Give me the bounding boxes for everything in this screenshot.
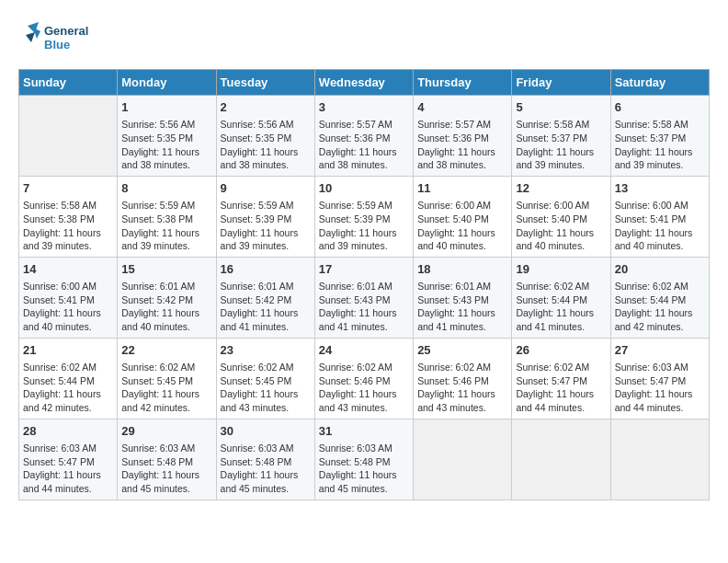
day-content: Sunrise: 6:01 AM Sunset: 5:42 PM Dayligh…: [121, 280, 211, 334]
day-header-sunday: Sunday: [19, 70, 118, 96]
calendar-cell: 13Sunrise: 6:00 AM Sunset: 5:41 PM Dayli…: [610, 176, 709, 257]
day-number: 15: [121, 261, 211, 278]
day-content: Sunrise: 5:58 AM Sunset: 5:37 PM Dayligh…: [615, 118, 705, 172]
day-content: Sunrise: 6:00 AM Sunset: 5:40 PM Dayligh…: [516, 199, 606, 253]
calendar-cell: [610, 419, 709, 500]
day-number: 17: [319, 261, 409, 278]
svg-marker-4: [26, 32, 35, 42]
day-content: Sunrise: 6:00 AM Sunset: 5:40 PM Dayligh…: [417, 199, 507, 253]
day-content: Sunrise: 6:00 AM Sunset: 5:41 PM Dayligh…: [615, 199, 705, 253]
calendar-cell: 10Sunrise: 5:59 AM Sunset: 5:39 PM Dayli…: [314, 176, 413, 257]
day-number: 4: [417, 99, 507, 116]
day-number: 25: [417, 342, 507, 359]
svg-text:General: General: [44, 24, 88, 38]
page-header: General Blue: [18, 18, 710, 60]
day-content: Sunrise: 6:03 AM Sunset: 5:48 PM Dayligh…: [221, 442, 311, 496]
calendar-week-5: 28Sunrise: 6:03 AM Sunset: 5:47 PM Dayli…: [19, 419, 710, 500]
day-content: Sunrise: 6:01 AM Sunset: 5:43 PM Dayligh…: [319, 280, 409, 334]
day-content: Sunrise: 6:01 AM Sunset: 5:43 PM Dayligh…: [417, 280, 507, 334]
calendar-cell: [414, 419, 512, 500]
day-number: 16: [221, 261, 311, 278]
calendar-cell: [19, 96, 118, 177]
day-number: 11: [417, 180, 507, 197]
calendar-cell: 25Sunrise: 6:02 AM Sunset: 5:46 PM Dayli…: [414, 338, 512, 419]
calendar-week-3: 14Sunrise: 6:00 AM Sunset: 5:41 PM Dayli…: [19, 257, 710, 338]
day-header-friday: Friday: [512, 70, 610, 96]
day-content: Sunrise: 5:57 AM Sunset: 5:36 PM Dayligh…: [319, 118, 409, 172]
calendar-cell: 12Sunrise: 6:00 AM Sunset: 5:40 PM Dayli…: [512, 176, 610, 257]
calendar-cell: 6Sunrise: 5:58 AM Sunset: 5:37 PM Daylig…: [610, 96, 709, 177]
day-header-monday: Monday: [118, 70, 216, 96]
day-number: 21: [23, 342, 113, 359]
calendar-cell: [512, 419, 610, 500]
day-content: Sunrise: 5:59 AM Sunset: 5:38 PM Dayligh…: [121, 199, 211, 253]
day-number: 30: [221, 423, 311, 440]
day-number: 1: [121, 99, 211, 116]
day-number: 13: [615, 180, 705, 197]
logo: General Blue: [18, 18, 92, 60]
day-content: Sunrise: 5:56 AM Sunset: 5:35 PM Dayligh…: [121, 118, 211, 172]
day-content: Sunrise: 5:59 AM Sunset: 5:39 PM Dayligh…: [221, 199, 311, 253]
day-content: Sunrise: 6:02 AM Sunset: 5:44 PM Dayligh…: [516, 280, 606, 334]
day-number: 28: [23, 423, 113, 440]
calendar-cell: 26Sunrise: 6:02 AM Sunset: 5:47 PM Dayli…: [512, 338, 610, 419]
day-number: 12: [516, 180, 606, 197]
calendar-cell: 1Sunrise: 5:56 AM Sunset: 5:35 PM Daylig…: [118, 96, 216, 177]
calendar-cell: 28Sunrise: 6:03 AM Sunset: 5:47 PM Dayli…: [19, 419, 118, 500]
calendar-table: SundayMondayTuesdayWednesdayThursdayFrid…: [18, 69, 710, 500]
day-content: Sunrise: 6:02 AM Sunset: 5:45 PM Dayligh…: [121, 361, 211, 415]
logo-svg: General Blue: [18, 18, 92, 60]
calendar-cell: 23Sunrise: 6:02 AM Sunset: 5:45 PM Dayli…: [216, 338, 314, 419]
calendar-week-1: 1Sunrise: 5:56 AM Sunset: 5:35 PM Daylig…: [19, 96, 710, 177]
day-number: 29: [121, 423, 211, 440]
calendar-cell: 8Sunrise: 5:59 AM Sunset: 5:38 PM Daylig…: [118, 176, 216, 257]
day-content: Sunrise: 6:03 AM Sunset: 5:48 PM Dayligh…: [319, 442, 409, 496]
day-number: 10: [319, 180, 409, 197]
calendar-cell: 4Sunrise: 5:57 AM Sunset: 5:36 PM Daylig…: [414, 96, 512, 177]
day-content: Sunrise: 6:00 AM Sunset: 5:41 PM Dayligh…: [23, 280, 113, 334]
day-number: 19: [516, 261, 606, 278]
calendar-cell: 27Sunrise: 6:03 AM Sunset: 5:47 PM Dayli…: [610, 338, 709, 419]
day-content: Sunrise: 6:02 AM Sunset: 5:46 PM Dayligh…: [417, 361, 507, 415]
day-content: Sunrise: 6:03 AM Sunset: 5:48 PM Dayligh…: [121, 442, 211, 496]
calendar-cell: 14Sunrise: 6:00 AM Sunset: 5:41 PM Dayli…: [19, 257, 118, 338]
day-number: 24: [319, 342, 409, 359]
calendar-cell: 9Sunrise: 5:59 AM Sunset: 5:39 PM Daylig…: [216, 176, 314, 257]
day-number: 31: [319, 423, 409, 440]
day-content: Sunrise: 6:02 AM Sunset: 5:44 PM Dayligh…: [23, 361, 113, 415]
day-number: 26: [516, 342, 606, 359]
calendar-cell: 17Sunrise: 6:01 AM Sunset: 5:43 PM Dayli…: [314, 257, 413, 338]
calendar-body: 1Sunrise: 5:56 AM Sunset: 5:35 PM Daylig…: [19, 96, 710, 500]
calendar-cell: 18Sunrise: 6:01 AM Sunset: 5:43 PM Dayli…: [414, 257, 512, 338]
day-content: Sunrise: 5:56 AM Sunset: 5:35 PM Dayligh…: [221, 118, 311, 172]
calendar-week-4: 21Sunrise: 6:02 AM Sunset: 5:44 PM Dayli…: [19, 338, 710, 419]
calendar-cell: 21Sunrise: 6:02 AM Sunset: 5:44 PM Dayli…: [19, 338, 118, 419]
calendar-cell: 3Sunrise: 5:57 AM Sunset: 5:36 PM Daylig…: [314, 96, 413, 177]
day-number: 18: [417, 261, 507, 278]
day-number: 20: [615, 261, 705, 278]
day-content: Sunrise: 6:02 AM Sunset: 5:46 PM Dayligh…: [319, 361, 409, 415]
calendar-cell: 2Sunrise: 5:56 AM Sunset: 5:35 PM Daylig…: [216, 96, 314, 177]
day-header-wednesday: Wednesday: [314, 70, 413, 96]
day-number: 14: [23, 261, 113, 278]
calendar-cell: 7Sunrise: 5:58 AM Sunset: 5:38 PM Daylig…: [19, 176, 118, 257]
calendar-cell: 22Sunrise: 6:02 AM Sunset: 5:45 PM Dayli…: [118, 338, 216, 419]
day-number: 9: [221, 180, 311, 197]
day-header-saturday: Saturday: [610, 70, 709, 96]
calendar-week-2: 7Sunrise: 5:58 AM Sunset: 5:38 PM Daylig…: [19, 176, 710, 257]
day-number: 27: [615, 342, 705, 359]
day-number: 3: [319, 99, 409, 116]
day-content: Sunrise: 5:58 AM Sunset: 5:38 PM Dayligh…: [23, 199, 113, 253]
day-number: 5: [516, 99, 606, 116]
calendar-cell: 30Sunrise: 6:03 AM Sunset: 5:48 PM Dayli…: [216, 419, 314, 500]
day-number: 8: [121, 180, 211, 197]
day-content: Sunrise: 6:02 AM Sunset: 5:45 PM Dayligh…: [221, 361, 311, 415]
calendar-cell: 15Sunrise: 6:01 AM Sunset: 5:42 PM Dayli…: [118, 257, 216, 338]
day-content: Sunrise: 5:57 AM Sunset: 5:36 PM Dayligh…: [417, 118, 507, 172]
day-content: Sunrise: 6:01 AM Sunset: 5:42 PM Dayligh…: [221, 280, 311, 334]
day-number: 7: [23, 180, 113, 197]
calendar-cell: 16Sunrise: 6:01 AM Sunset: 5:42 PM Dayli…: [216, 257, 314, 338]
calendar-cell: 20Sunrise: 6:02 AM Sunset: 5:44 PM Dayli…: [610, 257, 709, 338]
day-number: 2: [221, 99, 311, 116]
calendar-cell: 31Sunrise: 6:03 AM Sunset: 5:48 PM Dayli…: [314, 419, 413, 500]
